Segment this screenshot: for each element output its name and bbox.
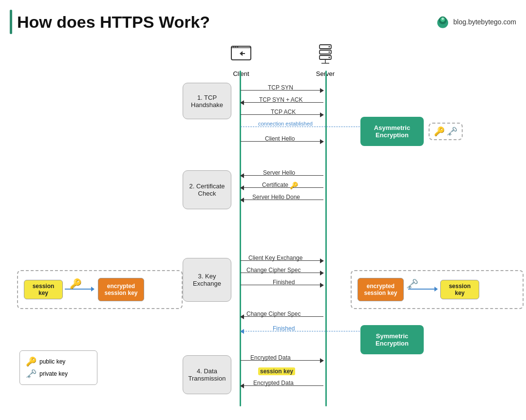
brand-area: blog.bytebytego.com <box>435 14 516 30</box>
legend-public-key: 🔑 public key <box>26 356 91 367</box>
right-red-key-icon: 🗝️ <box>406 278 418 290</box>
title-bar: How does HTTPS Work? blog.bytebytego.com <box>10 10 516 34</box>
client-actor: Client <box>229 44 253 77</box>
diagram-area: Client Server 1 <box>10 39 516 409</box>
finished-2-label: Finished <box>273 325 295 332</box>
left-key-diagram: session key 🔑 encrypted session key <box>17 270 183 309</box>
enc-data-1-label: Encrypted Data <box>250 354 291 361</box>
asym-keys: 🔑 🗝️ <box>429 123 463 140</box>
certificate-key-icon: 🔑 <box>290 182 298 189</box>
legend-box: 🔑 public key 🗝️ private key <box>19 350 97 385</box>
legend-private-key-icon: 🗝️ <box>26 368 37 379</box>
tcp-synack-label: TCP SYN + ACK <box>259 96 302 103</box>
brand-label: blog.bytebytego.com <box>453 18 516 26</box>
private-key-icon-asym: 🗝️ <box>447 126 457 137</box>
svg-point-12 <box>329 46 330 48</box>
client-icon <box>229 44 253 69</box>
svg-point-7 <box>235 47 236 48</box>
left-session-key-box: session key <box>24 280 63 299</box>
server-hello-label: Server Hello <box>263 169 295 176</box>
phase-key: 3. Key Exchange <box>183 258 231 302</box>
tcp-syn-label: TCP SYN <box>268 84 293 91</box>
legend-public-key-icon: 🔑 <box>26 356 37 367</box>
change-cipher-2-label: Change Cipher Spec <box>246 310 301 317</box>
conn-established-arrow <box>241 127 372 127</box>
left-blue-key-icon: 🔑 <box>70 278 82 290</box>
svg-point-6 <box>233 47 234 48</box>
finished-1-label: Finished <box>273 279 295 286</box>
client-label: Client <box>233 70 249 77</box>
svg-point-3 <box>441 18 444 20</box>
phase-tcp: 1. TCP Handshake <box>183 83 231 119</box>
right-encrypted-box: encrypted session key <box>357 278 404 301</box>
page-title: How does HTTPS Work? <box>17 13 210 32</box>
conn-established-label: connection established <box>258 121 313 127</box>
client-hello-label: Client Hello <box>265 135 295 142</box>
certificate-label: Certificate 🔑 <box>262 182 298 189</box>
server-icon <box>316 44 335 69</box>
right-key-diagram: encrypted session key 🗝️ session key <box>351 270 524 309</box>
svg-point-8 <box>237 47 238 48</box>
svg-point-13 <box>329 52 330 53</box>
phase-cert: 2. Certificate Check <box>183 170 231 209</box>
server-hello-done-label: Server Hello Done <box>252 194 300 201</box>
legend-private-key: 🗝️ private key <box>26 368 91 379</box>
public-key-icon-asym: 🔑 <box>434 126 445 137</box>
left-encrypted-box: encrypted session key <box>98 278 144 301</box>
client-key-exchange-label: Client Key Exchange <box>248 255 302 261</box>
client-vline <box>240 71 241 406</box>
tcp-ack-label: TCP ACK <box>271 109 296 115</box>
symmetric-enc-box: Symmetric Encryption <box>360 325 424 354</box>
right-session-key-box: session key <box>440 280 479 299</box>
finished-2-arrow <box>241 331 372 331</box>
brand-logo-icon <box>435 14 451 30</box>
asymmetric-enc-box: Asymmetric Encryption <box>360 117 424 146</box>
session-key-highlight-label: session key <box>258 368 295 375</box>
right-key-arrow <box>408 289 437 290</box>
title-accent <box>10 10 12 34</box>
enc-data-2-label: Encrypted Data <box>253 380 294 386</box>
server-vline <box>325 71 327 406</box>
phase-data: 4. Data Transmission <box>183 355 231 394</box>
svg-point-14 <box>329 57 330 58</box>
change-cipher-1-label: Change Cipher Spec <box>246 267 301 274</box>
asym-keys-container: 🔑 🗝️ <box>429 123 463 140</box>
